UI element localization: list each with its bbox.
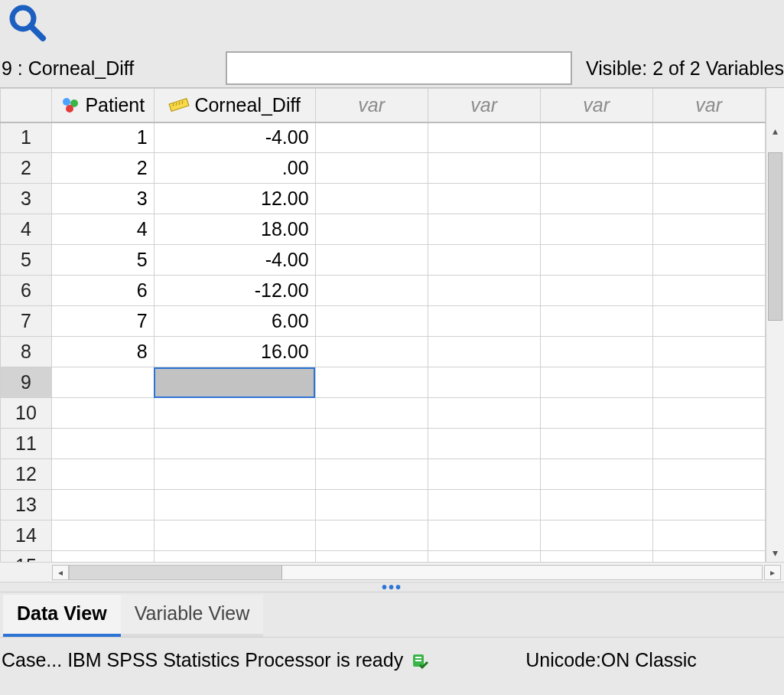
vertical-scroll-thumb[interactable] bbox=[768, 152, 782, 321]
cell-empty[interactable] bbox=[540, 276, 652, 306]
cell-empty[interactable] bbox=[652, 520, 765, 551]
row-number-cell[interactable]: 2 bbox=[1, 153, 52, 184]
cell-patient[interactable]: 2 bbox=[51, 153, 154, 184]
cell-corneal-diff[interactable] bbox=[154, 398, 315, 429]
cell-empty[interactable] bbox=[540, 184, 652, 214]
cell-empty[interactable] bbox=[540, 306, 652, 337]
cell-empty[interactable] bbox=[428, 276, 540, 306]
cell-patient[interactable] bbox=[51, 490, 154, 520]
row-number-cell[interactable]: 7 bbox=[1, 306, 52, 337]
cell-corneal-diff[interactable] bbox=[154, 459, 315, 490]
row-number-cell[interactable]: 12 bbox=[1, 459, 52, 490]
cell-empty[interactable] bbox=[315, 367, 428, 398]
cell-corneal-diff[interactable]: 6.00 bbox=[154, 306, 315, 337]
cell-empty[interactable] bbox=[540, 214, 652, 245]
cell-corneal-diff[interactable]: 16.00 bbox=[154, 337, 315, 367]
cell-empty[interactable] bbox=[428, 184, 540, 214]
row-number-cell[interactable]: 5 bbox=[1, 245, 52, 276]
row-number-cell[interactable]: 11 bbox=[1, 429, 52, 459]
cell-corneal-diff[interactable] bbox=[154, 520, 315, 551]
cell-corneal-diff[interactable]: 18.00 bbox=[154, 214, 315, 245]
cell-empty[interactable] bbox=[540, 520, 652, 551]
cell-empty[interactable] bbox=[315, 429, 428, 459]
cell-empty[interactable] bbox=[540, 153, 652, 184]
cell-patient[interactable] bbox=[51, 398, 154, 429]
column-header-patient[interactable]: Patient bbox=[51, 89, 154, 122]
cell-empty[interactable] bbox=[315, 520, 428, 551]
cell-empty[interactable] bbox=[315, 184, 428, 214]
scroll-right-arrow-icon[interactable]: ▸ bbox=[764, 565, 781, 580]
corner-cell[interactable] bbox=[1, 89, 52, 122]
cell-corneal-diff[interactable]: 12.00 bbox=[154, 184, 315, 214]
cell-patient[interactable] bbox=[51, 429, 154, 459]
cell-patient[interactable] bbox=[51, 520, 154, 551]
cell-empty[interactable] bbox=[652, 337, 765, 367]
cell-empty[interactable] bbox=[652, 245, 765, 276]
row-number-cell[interactable]: 8 bbox=[1, 337, 52, 367]
cell-empty[interactable] bbox=[428, 367, 540, 398]
cell-empty[interactable] bbox=[315, 398, 428, 429]
tab-variable-view[interactable]: Variable View bbox=[121, 595, 264, 637]
cell-empty[interactable] bbox=[540, 459, 652, 490]
cell-patient[interactable]: 7 bbox=[51, 306, 154, 337]
cell-empty[interactable] bbox=[315, 214, 428, 245]
cell-empty[interactable] bbox=[315, 276, 428, 306]
tab-data-view[interactable]: Data View bbox=[3, 595, 121, 637]
cell-empty[interactable] bbox=[652, 153, 765, 184]
cell-patient[interactable]: 1 bbox=[51, 122, 154, 153]
cell-empty[interactable] bbox=[315, 122, 428, 153]
cell-empty[interactable] bbox=[652, 398, 765, 429]
cell-empty[interactable] bbox=[652, 459, 765, 490]
horizontal-scrollbar[interactable]: ◂ ▸ bbox=[0, 562, 784, 582]
cell-patient[interactable]: 6 bbox=[51, 276, 154, 306]
cell-patient[interactable] bbox=[51, 367, 154, 398]
cell-empty[interactable] bbox=[652, 306, 765, 337]
row-number-cell[interactable]: 13 bbox=[1, 490, 52, 520]
scroll-left-arrow-icon[interactable]: ◂ bbox=[52, 565, 69, 580]
cell-empty[interactable] bbox=[428, 429, 540, 459]
cell-empty[interactable] bbox=[540, 398, 652, 429]
cell-corneal-diff[interactable] bbox=[154, 429, 315, 459]
pane-splitter[interactable]: ••• bbox=[0, 582, 784, 592]
column-header-empty[interactable]: var bbox=[315, 89, 428, 122]
cell-empty[interactable] bbox=[428, 520, 540, 551]
cell-empty[interactable] bbox=[652, 429, 765, 459]
cell-empty[interactable] bbox=[652, 214, 765, 245]
row-number-cell[interactable]: 6 bbox=[1, 276, 52, 306]
row-number-cell[interactable]: 3 bbox=[1, 184, 52, 214]
cell-corneal-diff[interactable]: .00 bbox=[154, 153, 315, 184]
cell-empty[interactable] bbox=[652, 490, 765, 520]
scroll-up-arrow-icon[interactable]: ▴ bbox=[766, 122, 784, 140]
cell-empty[interactable] bbox=[315, 245, 428, 276]
cell-corneal-diff[interactable] bbox=[154, 367, 315, 398]
cell-empty[interactable] bbox=[315, 337, 428, 367]
cell-corneal-diff[interactable]: -12.00 bbox=[154, 276, 315, 306]
column-header-empty[interactable]: var bbox=[652, 89, 765, 122]
search-button[interactable] bbox=[6, 0, 52, 46]
cell-empty[interactable] bbox=[428, 459, 540, 490]
cell-empty[interactable] bbox=[428, 490, 540, 520]
cell-empty[interactable] bbox=[652, 276, 765, 306]
cell-empty[interactable] bbox=[315, 459, 428, 490]
cell-empty[interactable] bbox=[540, 429, 652, 459]
cell-empty[interactable] bbox=[428, 337, 540, 367]
cell-empty[interactable] bbox=[315, 306, 428, 337]
cell-empty[interactable] bbox=[315, 490, 428, 520]
cell-empty[interactable] bbox=[540, 490, 652, 520]
cell-patient[interactable]: 3 bbox=[51, 184, 154, 214]
cell-empty[interactable] bbox=[428, 214, 540, 245]
cell-patient[interactable] bbox=[51, 459, 154, 490]
column-header-empty[interactable]: var bbox=[428, 89, 540, 122]
cell-value-input[interactable] bbox=[226, 51, 572, 85]
scroll-down-arrow-icon[interactable]: ▾ bbox=[766, 543, 784, 562]
row-number-cell[interactable]: 10 bbox=[1, 398, 52, 429]
horizontal-scroll-track[interactable] bbox=[69, 565, 763, 580]
cell-empty[interactable] bbox=[428, 306, 540, 337]
column-header-corneal-diff[interactable]: Corneal_Diff bbox=[154, 89, 315, 122]
cell-corneal-diff[interactable]: -4.00 bbox=[154, 122, 315, 153]
cell-empty[interactable] bbox=[428, 245, 540, 276]
row-number-cell[interactable]: 9 bbox=[1, 367, 52, 398]
cell-empty[interactable] bbox=[652, 367, 765, 398]
cell-corneal-diff[interactable]: -4.00 bbox=[154, 245, 315, 276]
cell-empty[interactable] bbox=[428, 122, 540, 153]
